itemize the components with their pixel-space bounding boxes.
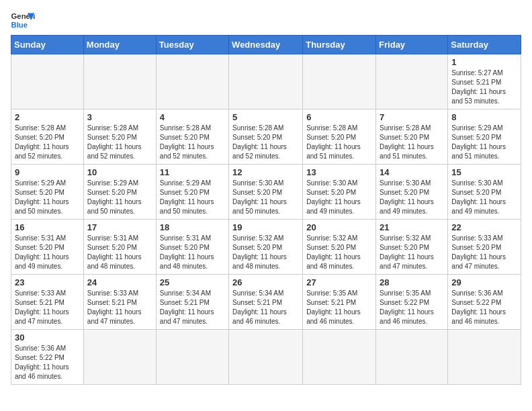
day-info: Sunrise: 5:31 AMSunset: 5:20 PMDaylight:… bbox=[87, 234, 152, 271]
svg-text:Blue: Blue bbox=[11, 21, 28, 29]
calendar-cell: 25Sunrise: 5:34 AMSunset: 5:21 PMDayligh… bbox=[156, 275, 228, 330]
day-info: Sunrise: 5:29 AMSunset: 5:20 PMDaylight:… bbox=[15, 179, 80, 216]
day-info: Sunrise: 5:36 AMSunset: 5:22 PMDaylight:… bbox=[451, 289, 517, 326]
calendar-cell: 21Sunrise: 5:32 AMSunset: 5:20 PMDayligh… bbox=[376, 220, 448, 275]
logo-svg: General Blue bbox=[11, 11, 35, 30]
calendar-cell: 23Sunrise: 5:33 AMSunset: 5:21 PMDayligh… bbox=[11, 275, 84, 330]
day-number: 22 bbox=[451, 222, 517, 232]
day-info: Sunrise: 5:31 AMSunset: 5:20 PMDaylight:… bbox=[15, 234, 80, 271]
calendar-cell: 2Sunrise: 5:28 AMSunset: 5:20 PMDaylight… bbox=[11, 109, 84, 165]
day-info: Sunrise: 5:30 AMSunset: 5:20 PMDaylight:… bbox=[380, 179, 444, 216]
day-number: 27 bbox=[306, 277, 372, 287]
day-info: Sunrise: 5:28 AMSunset: 5:20 PMDaylight:… bbox=[380, 124, 444, 161]
day-number: 28 bbox=[380, 277, 444, 287]
day-info: Sunrise: 5:30 AMSunset: 5:20 PMDaylight:… bbox=[306, 179, 372, 216]
day-info: Sunrise: 5:30 AMSunset: 5:20 PMDaylight:… bbox=[232, 179, 299, 216]
calendar-cell: 30Sunrise: 5:36 AMSunset: 5:22 PMDayligh… bbox=[11, 330, 84, 385]
day-info: Sunrise: 5:29 AMSunset: 5:20 PMDaylight:… bbox=[160, 179, 225, 216]
day-number: 6 bbox=[306, 112, 372, 122]
day-number: 14 bbox=[380, 167, 444, 177]
day-number: 5 bbox=[232, 112, 299, 122]
calendar-cell bbox=[376, 54, 448, 109]
day-number: 10 bbox=[87, 167, 152, 177]
day-info: Sunrise: 5:29 AMSunset: 5:20 PMDaylight:… bbox=[87, 179, 152, 216]
day-info: Sunrise: 5:34 AMSunset: 5:21 PMDaylight:… bbox=[232, 289, 299, 326]
calendar-cell: 29Sunrise: 5:36 AMSunset: 5:22 PMDayligh… bbox=[448, 275, 521, 330]
day-info: Sunrise: 5:29 AMSunset: 5:20 PMDaylight:… bbox=[451, 124, 517, 161]
calendar-cell: 3Sunrise: 5:28 AMSunset: 5:20 PMDaylight… bbox=[83, 109, 156, 165]
calendar-cell: 5Sunrise: 5:28 AMSunset: 5:20 PMDaylight… bbox=[229, 109, 303, 165]
calendar-cell: 15Sunrise: 5:30 AMSunset: 5:20 PMDayligh… bbox=[448, 165, 521, 220]
calendar-cell: 20Sunrise: 5:32 AMSunset: 5:20 PMDayligh… bbox=[303, 220, 376, 275]
day-info: Sunrise: 5:33 AMSunset: 5:20 PMDaylight:… bbox=[451, 234, 517, 271]
calendar-cell bbox=[448, 330, 521, 385]
day-info: Sunrise: 5:36 AMSunset: 5:22 PMDaylight:… bbox=[15, 344, 80, 381]
day-info: Sunrise: 5:31 AMSunset: 5:20 PMDaylight:… bbox=[160, 234, 225, 271]
day-number: 30 bbox=[15, 332, 80, 342]
day-number: 24 bbox=[87, 277, 152, 287]
day-number: 8 bbox=[451, 112, 517, 122]
calendar-cell bbox=[83, 330, 156, 385]
calendar-cell: 24Sunrise: 5:33 AMSunset: 5:21 PMDayligh… bbox=[83, 275, 156, 330]
day-number: 19 bbox=[232, 222, 299, 232]
day-number: 11 bbox=[160, 167, 225, 177]
day-number: 23 bbox=[15, 277, 80, 287]
calendar-cell: 16Sunrise: 5:31 AMSunset: 5:20 PMDayligh… bbox=[11, 220, 84, 275]
calendar-cell bbox=[229, 330, 303, 385]
calendar-cell: 22Sunrise: 5:33 AMSunset: 5:20 PMDayligh… bbox=[448, 220, 521, 275]
day-number: 16 bbox=[15, 222, 80, 232]
week-row-2: 9Sunrise: 5:29 AMSunset: 5:20 PMDaylight… bbox=[11, 165, 521, 220]
day-number: 17 bbox=[87, 222, 152, 232]
calendar-cell: 14Sunrise: 5:30 AMSunset: 5:20 PMDayligh… bbox=[376, 165, 448, 220]
header-saturday: Saturday bbox=[448, 36, 521, 54]
calendar-cell: 7Sunrise: 5:28 AMSunset: 5:20 PMDaylight… bbox=[376, 109, 448, 165]
calendar-cell bbox=[303, 54, 376, 109]
header-sunday: Sunday bbox=[11, 36, 84, 54]
day-number: 9 bbox=[15, 167, 80, 177]
calendar-cell: 12Sunrise: 5:30 AMSunset: 5:20 PMDayligh… bbox=[229, 165, 303, 220]
calendar-cell bbox=[156, 330, 228, 385]
day-info: Sunrise: 5:32 AMSunset: 5:20 PMDaylight:… bbox=[232, 234, 299, 271]
day-number: 3 bbox=[87, 112, 152, 122]
calendar-cell: 18Sunrise: 5:31 AMSunset: 5:20 PMDayligh… bbox=[156, 220, 228, 275]
header-friday: Friday bbox=[376, 36, 448, 54]
calendar-cell: 26Sunrise: 5:34 AMSunset: 5:21 PMDayligh… bbox=[229, 275, 303, 330]
week-row-3: 16Sunrise: 5:31 AMSunset: 5:20 PMDayligh… bbox=[11, 220, 521, 275]
header-row: SundayMondayTuesdayWednesdayThursdayFrid… bbox=[11, 36, 521, 54]
day-info: Sunrise: 5:33 AMSunset: 5:21 PMDaylight:… bbox=[87, 289, 152, 326]
week-row-5: 30Sunrise: 5:36 AMSunset: 5:22 PMDayligh… bbox=[11, 330, 521, 385]
header-wednesday: Wednesday bbox=[229, 36, 303, 54]
day-info: Sunrise: 5:32 AMSunset: 5:20 PMDaylight:… bbox=[306, 234, 372, 271]
header: General Blue bbox=[11, 11, 521, 30]
header-tuesday: Tuesday bbox=[156, 36, 228, 54]
day-number: 2 bbox=[15, 112, 80, 122]
day-info: Sunrise: 5:30 AMSunset: 5:20 PMDaylight:… bbox=[451, 179, 517, 216]
calendar-cell: 6Sunrise: 5:28 AMSunset: 5:20 PMDaylight… bbox=[303, 109, 376, 165]
day-number: 26 bbox=[232, 277, 299, 287]
day-info: Sunrise: 5:28 AMSunset: 5:20 PMDaylight:… bbox=[232, 124, 299, 161]
calendar-cell: 19Sunrise: 5:32 AMSunset: 5:20 PMDayligh… bbox=[229, 220, 303, 275]
calendar-cell: 4Sunrise: 5:28 AMSunset: 5:20 PMDaylight… bbox=[156, 109, 228, 165]
calendar-cell bbox=[303, 330, 376, 385]
day-number: 20 bbox=[306, 222, 372, 232]
day-info: Sunrise: 5:33 AMSunset: 5:21 PMDaylight:… bbox=[15, 289, 80, 326]
day-info: Sunrise: 5:35 AMSunset: 5:22 PMDaylight:… bbox=[380, 289, 444, 326]
calendar-cell: 8Sunrise: 5:29 AMSunset: 5:20 PMDaylight… bbox=[448, 109, 521, 165]
calendar-cell: 11Sunrise: 5:29 AMSunset: 5:20 PMDayligh… bbox=[156, 165, 228, 220]
week-row-4: 23Sunrise: 5:33 AMSunset: 5:21 PMDayligh… bbox=[11, 275, 521, 330]
day-number: 13 bbox=[306, 167, 372, 177]
calendar-cell bbox=[156, 54, 228, 109]
calendar-cell bbox=[376, 330, 448, 385]
calendar-cell: 9Sunrise: 5:29 AMSunset: 5:20 PMDaylight… bbox=[11, 165, 84, 220]
calendar-cell: 27Sunrise: 5:35 AMSunset: 5:21 PMDayligh… bbox=[303, 275, 376, 330]
calendar-cell: 10Sunrise: 5:29 AMSunset: 5:20 PMDayligh… bbox=[83, 165, 156, 220]
day-info: Sunrise: 5:35 AMSunset: 5:21 PMDaylight:… bbox=[306, 289, 372, 326]
calendar-cell: 17Sunrise: 5:31 AMSunset: 5:20 PMDayligh… bbox=[83, 220, 156, 275]
day-info: Sunrise: 5:27 AMSunset: 5:21 PMDaylight:… bbox=[451, 68, 517, 106]
calendar-cell bbox=[229, 54, 303, 109]
week-row-0: 1Sunrise: 5:27 AMSunset: 5:21 PMDaylight… bbox=[11, 54, 521, 109]
day-info: Sunrise: 5:32 AMSunset: 5:20 PMDaylight:… bbox=[380, 234, 444, 271]
day-info: Sunrise: 5:28 AMSunset: 5:20 PMDaylight:… bbox=[15, 124, 80, 161]
logo: General Blue bbox=[11, 11, 35, 30]
calendar-table: SundayMondayTuesdayWednesdayThursdayFrid… bbox=[11, 35, 521, 385]
